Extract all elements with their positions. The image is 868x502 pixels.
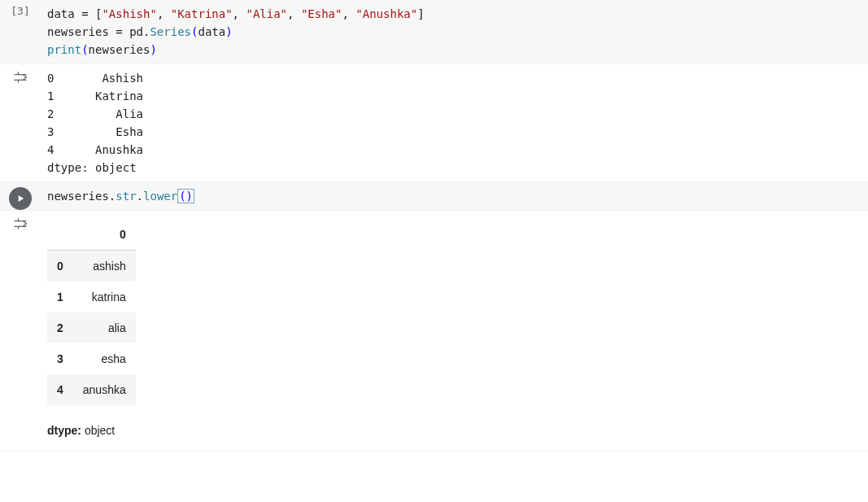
- row-value: alia: [73, 312, 136, 343]
- code-text: ]: [417, 7, 424, 20]
- series-index: 0: [47, 69, 70, 87]
- code-text: data = [: [47, 7, 102, 20]
- dtype-line: dtype: object: [47, 421, 861, 439]
- series-index: 2: [47, 105, 70, 123]
- row-value: esha: [73, 343, 136, 374]
- exec-count: [3]: [11, 5, 29, 17]
- code-property: str: [116, 190, 136, 203]
- code-function: Series: [150, 25, 191, 38]
- paren-open-cursor: (): [177, 189, 194, 203]
- table-col-header: 0: [73, 219, 136, 251]
- row-value: ashish: [73, 251, 136, 282]
- series-index: 3: [47, 123, 70, 141]
- series-value: Esha: [70, 123, 143, 141]
- code-text: data: [198, 25, 225, 38]
- html-output-2: 0 0ashish 1katrina 2alia 3esha 4anushka …: [41, 211, 868, 451]
- table-row: 0ashish: [47, 251, 136, 282]
- run-button[interactable]: [9, 187, 32, 210]
- string-literal: "Anushka": [355, 7, 417, 20]
- code-text: ,: [342, 7, 355, 20]
- code-function: lower: [143, 190, 177, 203]
- output-toggle-icon[interactable]: [0, 216, 41, 232]
- string-literal: "Katrina": [171, 7, 233, 20]
- paren-open: (: [81, 43, 88, 56]
- code-text: ,: [233, 7, 246, 20]
- series-value: Katrina: [70, 87, 143, 105]
- output-cell-1: 0Ashish1Katrina2Alia3Esha4Anushkadtype: …: [0, 64, 868, 182]
- code-text: newseries.: [47, 190, 116, 203]
- output-row: 1Katrina: [47, 87, 861, 105]
- output-toggle-icon[interactable]: [0, 69, 41, 85]
- row-index: 4: [47, 374, 73, 405]
- code-editor-1[interactable]: data = ["Ashish", "Katrina", "Alia", "Es…: [41, 0, 868, 63]
- dtype-text: dtype: object: [47, 161, 137, 174]
- code-editor-2[interactable]: newseries.str.lower(): [41, 182, 868, 210]
- row-value: anushka: [73, 374, 136, 405]
- output-gutter: [0, 64, 41, 181]
- table-index-corner: [47, 219, 73, 251]
- code-text: ,: [287, 7, 301, 20]
- output-row: 2Alia: [47, 105, 861, 123]
- row-value: katrina: [73, 282, 136, 312]
- series-value: Alia: [70, 105, 143, 123]
- table-row: 1katrina: [47, 282, 136, 312]
- dtype-label: dtype:: [47, 424, 85, 437]
- series-index: 4: [47, 141, 70, 159]
- series-value: Anushka: [70, 141, 143, 159]
- row-index: 2: [47, 312, 73, 343]
- output-row: 3Esha: [47, 123, 861, 141]
- code-function: print: [47, 43, 81, 56]
- string-literal: "Ashish": [102, 7, 156, 20]
- series-index: 1: [47, 87, 70, 105]
- dtype-value: object: [85, 424, 115, 437]
- paren-close: ): [225, 25, 232, 38]
- table-header-row: 0: [47, 219, 136, 251]
- output-row: 4Anushka: [47, 141, 861, 159]
- run-gutter: [0, 182, 41, 210]
- exec-count-gutter: [3]: [0, 0, 41, 63]
- output-gutter: [0, 211, 41, 451]
- code-cell-2[interactable]: newseries.str.lower(): [0, 182, 868, 211]
- table-row: 4anushka: [47, 374, 136, 405]
- string-literal: "Esha": [301, 7, 342, 20]
- code-cell-1[interactable]: [3] data = ["Ashish", "Katrina", "Alia",…: [0, 0, 868, 64]
- dataframe-table: 0 0ashish 1katrina 2alia 3esha 4anushka: [47, 219, 136, 405]
- string-literal: "Alia": [246, 7, 287, 20]
- code-text: newseries = pd.: [47, 25, 150, 38]
- output-row: 0Ashish: [47, 69, 861, 87]
- row-index: 0: [47, 251, 73, 282]
- code-text: newseries: [89, 43, 150, 56]
- table-row: 2alia: [47, 312, 136, 343]
- paren-close: ): [150, 43, 156, 56]
- row-index: 3: [47, 343, 73, 374]
- code-text: ,: [157, 7, 171, 20]
- row-index: 1: [47, 282, 73, 312]
- code-text: .: [137, 190, 143, 203]
- text-output-1: 0Ashish1Katrina2Alia3Esha4Anushkadtype: …: [41, 64, 868, 181]
- series-value: Ashish: [70, 69, 143, 87]
- table-row: 3esha: [47, 343, 136, 374]
- output-cell-2: 0 0ashish 1katrina 2alia 3esha 4anushka …: [0, 211, 868, 452]
